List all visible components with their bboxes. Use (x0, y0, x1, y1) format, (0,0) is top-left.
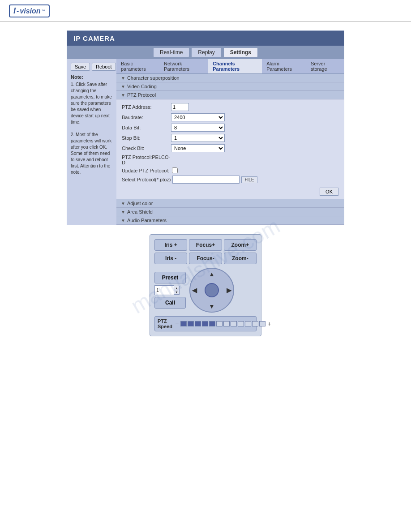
stop-bit-label: Stop Bit: (122, 135, 171, 141)
speed-segment-8 (238, 321, 244, 326)
stop-bit-row: Stop Bit: 1 2 (122, 134, 338, 142)
logo-vision: vision (20, 7, 40, 15)
nav-tabs: Basic parameters Network Parameters Chan… (116, 59, 344, 74)
dpad-down-button[interactable]: ▼ (209, 303, 215, 310)
tab-replay[interactable]: Replay (191, 47, 221, 57)
nav-tab-channels[interactable]: Channels Parameters (208, 59, 262, 73)
call-button[interactable]: Call (154, 297, 186, 309)
speed-segment-1 (188, 321, 194, 326)
data-bit-select[interactable]: 8 7 6 5 (171, 124, 225, 132)
check-bit-row: Check Bit: None Odd Even (122, 144, 338, 152)
accordion: ▼ Character superposition ▼ Video Coding… (116, 74, 344, 225)
speed-segment-5 (216, 321, 223, 326)
accordion-char-superposition[interactable]: ▼ Character superposition (116, 74, 344, 82)
select-protocol-label: Select Protocol(*.ptoz) (122, 177, 171, 182)
nav-tab-server[interactable]: Server storage (306, 59, 344, 73)
speed-segment-6 (223, 321, 230, 326)
spinner-up-icon[interactable]: ▲ (174, 286, 179, 290)
right-content: Basic parameters Network Parameters Chan… (116, 59, 344, 225)
note-text: 1. Click Save after changing the paramet… (71, 82, 113, 176)
chevron-down-icon: ▼ (121, 210, 125, 215)
check-bit-select[interactable]: None Odd Even (171, 144, 225, 152)
accordion-video-coding[interactable]: ▼ Video Coding (116, 82, 344, 91)
tab-settings[interactable]: Settings (223, 47, 258, 57)
file-button[interactable]: FILE (241, 176, 257, 183)
ptz-address-input[interactable] (171, 103, 189, 111)
chevron-down-icon: ▼ (121, 201, 125, 206)
iris-minus-button[interactable]: Iris - (154, 253, 187, 264)
accordion-adjust-color[interactable]: ▼ Adjust color (116, 199, 344, 208)
speed-increase-button[interactable]: + (267, 320, 271, 327)
accordion-ptz-protocol[interactable]: ▼ PTZ Protocol (116, 91, 344, 99)
focus-plus-button[interactable]: Focus+ (189, 239, 222, 251)
speed-segment-3 (202, 321, 208, 326)
speed-segment-4 (209, 321, 215, 326)
data-bit-label: Data Bit: (122, 125, 171, 130)
save-button[interactable]: Save (71, 63, 90, 71)
speed-segment-9 (245, 321, 251, 326)
tab-realtime[interactable]: Real-time (153, 47, 189, 57)
ptz-spinner: ▲ ▼ (174, 286, 180, 295)
logo-tm: ™ (42, 9, 45, 13)
chevron-down-icon: ▼ (121, 84, 125, 89)
baudrate-select[interactable]: 2400 4800 9600 19200 (171, 113, 225, 121)
speed-decrease-button[interactable]: − (175, 320, 179, 327)
baudrate-row: Baudrate: 2400 4800 9600 19200 (122, 113, 338, 121)
focus-minus-button[interactable]: Focus- (189, 253, 222, 264)
ptz-protocol-body: PTZ Address: Baudrate: 2400 4800 9600 19… (116, 99, 344, 199)
ptz-lower-controls: Preset ▲ ▼ Call ▲ ▼ ◀ ▶ (154, 268, 257, 313)
zoom-plus-button[interactable]: Zoom+ (224, 239, 257, 251)
update-ptz-checkbox[interactable] (172, 167, 178, 173)
dpad: ▲ ▼ ◀ ▶ (189, 268, 234, 313)
reboot-button[interactable]: Reboot (92, 63, 116, 71)
spinner-down-icon[interactable]: ▼ (174, 290, 179, 294)
logo: I - vision ™ (9, 4, 50, 17)
speed-segment-7 (231, 321, 237, 326)
panel-body: Save Reboot Note: 1. Click Save after ch… (67, 59, 344, 225)
update-ptz-label: Update PTZ Protocol: (122, 168, 169, 173)
ptz-preset-controls: Preset ▲ ▼ Call (154, 272, 186, 309)
camera-panel: IP CAMERA Real-time Replay Settings Save… (67, 30, 344, 225)
ptz-number-input[interactable] (154, 285, 174, 295)
ptz-protocol-label-row: PTZ Protocol:PELCO-D (122, 154, 338, 165)
iris-plus-button[interactable]: Iris + (154, 239, 187, 251)
ptz-protocol-label: PTZ Protocol:PELCO-D (122, 154, 171, 165)
speed-segment-10 (252, 321, 258, 326)
speed-segment-0 (180, 321, 187, 326)
action-buttons: Save Reboot (71, 63, 113, 71)
check-bit-label: Check Bit: (122, 146, 171, 151)
camera-panel-title: IP CAMERA (67, 31, 344, 46)
ptz-control-panel: Iris + Focus+ Zoom+ Iris - Focus- Zoom- … (150, 234, 261, 336)
tab-bar: Real-time Replay Settings (67, 46, 344, 59)
ptz-number-row: ▲ ▼ (154, 285, 186, 295)
select-protocol-row: Select Protocol(*.ptoz) FILE (122, 176, 338, 184)
speed-segments (180, 321, 265, 326)
dpad-right-button[interactable]: ▶ (227, 287, 231, 294)
ok-button[interactable]: OK (320, 188, 338, 196)
ptz-address-row: PTZ Address: (122, 103, 338, 111)
update-ptz-row: Update PTZ Protocol: (122, 167, 338, 173)
chevron-down-icon: ▼ (121, 93, 125, 98)
speed-segment-11 (259, 321, 265, 326)
note-title: Note: (71, 74, 113, 80)
data-bit-row: Data Bit: 8 7 6 5 (122, 124, 338, 132)
stop-bit-select[interactable]: 1 2 (171, 134, 225, 142)
dpad-left-button[interactable]: ◀ (192, 287, 197, 294)
nav-tab-alarm[interactable]: Alarm Parameters (262, 59, 306, 73)
left-sidebar: Save Reboot Note: 1. Click Save after ch… (67, 59, 116, 225)
select-protocol-input[interactable] (172, 176, 240, 184)
logo-dash: - (17, 7, 19, 15)
preset-button[interactable]: Preset (154, 272, 186, 283)
nav-tab-network[interactable]: Network Parameters (159, 59, 208, 73)
chevron-down-icon: ▼ (121, 76, 125, 81)
dpad-up-button[interactable]: ▲ (209, 270, 215, 278)
dpad-container: ▲ ▼ ◀ ▶ (189, 268, 234, 313)
baudrate-label: Baudrate: (122, 115, 171, 120)
zoom-minus-button[interactable]: Zoom- (224, 253, 257, 264)
accordion-audio-params[interactable]: ▼ Audio Parameters (116, 216, 344, 225)
ptz-buttons-grid: Iris + Focus+ Zoom+ Iris - Focus- Zoom- (154, 239, 257, 264)
speed-label: PTZ Speed (158, 318, 172, 329)
accordion-area-shield[interactable]: ▼ Area Shield (116, 208, 344, 216)
dpad-center-button[interactable] (205, 283, 219, 297)
nav-tab-basic[interactable]: Basic parameters (116, 59, 159, 73)
